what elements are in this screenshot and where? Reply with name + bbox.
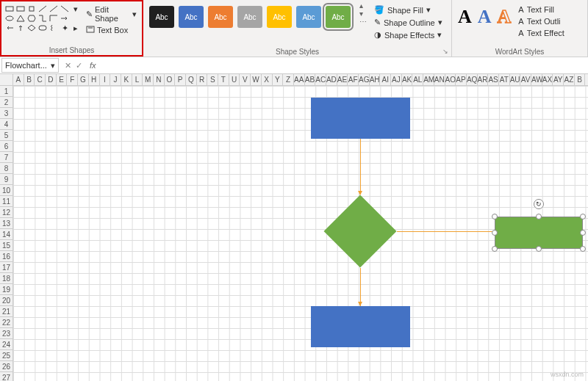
flowchart-decision[interactable]	[324, 195, 397, 268]
edit-shape-button[interactable]: ✎ Edit Shape ▾	[84, 4, 139, 23]
shape-conn-icon[interactable]	[37, 14, 48, 23]
column-header[interactable]: AM	[423, 74, 434, 85]
style-swatch[interactable]: Abc	[208, 6, 233, 28]
text-box-button[interactable]: Text Box	[84, 25, 139, 35]
shape-arrowU-icon[interactable]	[15, 23, 26, 32]
shape-outline-button[interactable]: ✎ Shape Outline ▾	[373, 17, 444, 28]
row-header[interactable]: 24	[0, 339, 12, 350]
shape-ellipse-icon[interactable]	[4, 14, 15, 23]
row-header[interactable]: 13	[0, 218, 12, 229]
column-header[interactable]: W	[251, 74, 262, 85]
column-header[interactable]: I	[100, 74, 111, 85]
column-header[interactable]: J	[110, 74, 121, 85]
column-header[interactable]: B	[575, 74, 586, 85]
column-header[interactable]: AS	[488, 74, 499, 85]
column-header[interactable]: AF	[348, 74, 359, 85]
flowchart-process-top[interactable]	[311, 98, 410, 139]
column-header[interactable]: AD	[326, 74, 337, 85]
column-header[interactable]: B	[24, 74, 35, 85]
text-fill-button[interactable]: A Text Fill	[517, 4, 566, 15]
shape-rect-icon[interactable]	[4, 4, 15, 13]
row-header[interactable]: 23	[0, 328, 12, 339]
shape-diamond-icon[interactable]	[26, 23, 37, 32]
cancel-icon[interactable]: ✕	[65, 61, 71, 70]
column-header[interactable]: AZ	[564, 74, 575, 85]
column-header[interactable]: D	[46, 74, 57, 85]
resize-handle[interactable]	[580, 246, 586, 252]
row-header[interactable]: 26	[0, 361, 12, 372]
shape-square-icon[interactable]	[26, 4, 37, 13]
shape-arrowL-icon[interactable]	[4, 23, 15, 32]
column-header[interactable]: AY	[553, 74, 564, 85]
column-header[interactable]: H	[89, 74, 100, 85]
column-header[interactable]: Z	[283, 74, 294, 85]
column-header[interactable]: AJ	[391, 74, 402, 85]
column-header[interactable]: M	[143, 74, 154, 85]
style-gallery[interactable]: AbcAbcAbcAbcAbcAbcAbc	[146, 1, 354, 32]
column-header[interactable]: K	[121, 74, 132, 85]
column-header[interactable]: N	[154, 74, 165, 85]
row-header[interactable]: 22	[0, 317, 12, 328]
column-header[interactable]: AO	[445, 74, 456, 85]
shape-conn2-icon[interactable]	[49, 14, 59, 23]
row-header[interactable]: 6	[0, 141, 12, 152]
resize-handle[interactable]	[580, 230, 586, 236]
connector-top[interactable]	[360, 139, 361, 195]
shape-effects-button[interactable]: ◑ Shape Effects ▾	[373, 29, 444, 40]
shape-fill-button[interactable]: 🪣 Shape Fill ▾	[373, 4, 444, 15]
row-header[interactable]: 21	[0, 306, 12, 317]
column-header[interactable]: Y	[273, 74, 284, 85]
column-header[interactable]: AA	[294, 74, 305, 85]
row-header[interactable]: 18	[0, 273, 12, 284]
shape-rect2-icon[interactable]	[15, 4, 26, 13]
row-header[interactable]: 9	[0, 174, 12, 185]
style-swatch[interactable]: Abc	[267, 6, 292, 28]
shape-line2-icon[interactable]	[49, 4, 59, 13]
shape-star-icon[interactable]: ✦	[60, 23, 70, 32]
name-box[interactable]: Flowchart... ▾	[1, 58, 59, 73]
column-header[interactable]: AP	[456, 74, 467, 85]
column-header[interactable]: L	[132, 74, 143, 85]
wordart-sample[interactable]: A	[498, 6, 512, 28]
resize-handle[interactable]	[536, 246, 542, 252]
row-header[interactable]: 20	[0, 295, 12, 306]
resize-handle[interactable]	[536, 214, 542, 219]
column-header[interactable]: AX	[542, 74, 553, 85]
dialog-launcher-icon[interactable]: ↘	[442, 48, 448, 55]
column-header[interactable]: AL	[412, 74, 423, 85]
row-header[interactable]: 4	[0, 119, 12, 130]
row-header[interactable]: 8	[0, 163, 12, 174]
row-header[interactable]: 2	[0, 97, 12, 108]
column-header[interactable]: G	[78, 74, 89, 85]
row-header[interactable]: 25	[0, 350, 12, 361]
row-header[interactable]: 1	[0, 86, 12, 97]
flowchart-process-right-selected[interactable]	[495, 217, 583, 249]
resize-handle[interactable]	[580, 214, 586, 219]
cell-grid[interactable]: ↻	[13, 86, 588, 381]
row-header[interactable]: 10	[0, 185, 12, 196]
row-header[interactable]: 3	[0, 108, 12, 119]
column-header[interactable]: U	[229, 74, 240, 85]
column-header[interactable]: AT	[499, 74, 510, 85]
column-header[interactable]: Q	[186, 74, 197, 85]
column-header[interactable]: AK	[402, 74, 413, 85]
wordart-sample[interactable]: A	[458, 6, 472, 28]
row-header[interactable]: 15	[0, 240, 12, 251]
row-header[interactable]: 11	[0, 196, 12, 207]
text-effects-button[interactable]: A Text Effect	[517, 28, 566, 38]
connector-right[interactable]	[397, 231, 495, 232]
shapes-gallery[interactable]: ▾ ✦ ▸	[4, 3, 81, 32]
resize-handle[interactable]	[492, 246, 498, 252]
resize-handle[interactable]	[492, 230, 498, 236]
fx-icon[interactable]: fx	[87, 61, 99, 70]
wordart-gallery[interactable]: AAA	[455, 1, 514, 32]
column-header[interactable]: AV	[520, 74, 531, 85]
style-swatch[interactable]: Abc	[237, 6, 262, 28]
column-header[interactable]: AG	[359, 74, 370, 85]
column-header[interactable]: O	[165, 74, 176, 85]
text-outline-button[interactable]: A Text Outli	[517, 16, 566, 26]
column-header[interactable]: AN	[434, 74, 445, 85]
row-header[interactable]: 27	[0, 372, 12, 381]
enter-icon[interactable]: ✓	[76, 61, 82, 70]
column-header[interactable]: E	[57, 74, 68, 85]
